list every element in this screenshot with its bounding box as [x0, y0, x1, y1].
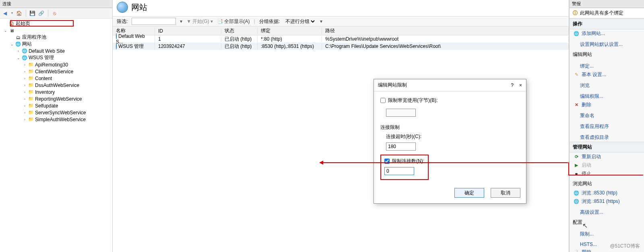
- tree-item[interactable]: › 📁 Selfupdate: [0, 102, 112, 109]
- col-bind[interactable]: 绑定: [258, 27, 322, 34]
- col-path[interactable]: 路径: [322, 27, 569, 34]
- go-button[interactable]: ▼ 开始(G) ▾: [186, 18, 213, 25]
- home-icon[interactable]: [16, 10, 23, 17]
- dialog-titlebar[interactable]: 编辑网站限制 ? ×: [374, 79, 526, 91]
- grid-body[interactable]: Default Web S... 1已启动 (http) *:80 (http)…: [113, 35, 569, 50]
- expander-icon[interactable]: ⌄: [10, 42, 14, 46]
- manage-site-header: 管理网站: [570, 142, 644, 153]
- bandwidth-checkbox[interactable]: [380, 98, 386, 103]
- stop-action[interactable]: 停止: [570, 169, 644, 178]
- table-row[interactable]: WSUS 管理 1203924247已启动 (http) :8530 (http…: [113, 43, 569, 50]
- col-id[interactable]: ID: [155, 28, 221, 34]
- annotation-arrow-line: [323, 162, 568, 163]
- tree-item-label: WSUS 管理: [29, 54, 54, 61]
- tree-item[interactable]: ⌄ 🌐 网站: [0, 41, 112, 48]
- expander-icon[interactable]: ⌄: [3, 28, 8, 33]
- tree-item[interactable]: › 🌐 Default Web Site: [0, 48, 112, 54]
- add-site-action[interactable]: 添加网站...: [570, 29, 644, 38]
- tree-node-icon: 📁: [28, 89, 34, 95]
- content-header: 网站: [113, 0, 569, 16]
- restart-action[interactable]: 重新启动: [570, 153, 644, 161]
- save-icon[interactable]: 💾: [29, 10, 36, 17]
- remove-action[interactable]: 删除: [570, 101, 644, 109]
- browse-8530-action[interactable]: 浏览 :8530 (http): [570, 189, 644, 197]
- browse-8531-action[interactable]: 浏览 :8531 (https): [570, 197, 644, 206]
- tree-item[interactable]: › 📁 DssAuthWebService: [0, 82, 112, 89]
- show-all-button[interactable]: 📑 全部显示(A): [217, 18, 250, 25]
- expander-icon[interactable]: ›: [16, 49, 21, 53]
- expander-icon[interactable]: ›: [23, 62, 27, 67]
- tree-item[interactable]: ⌄ 🖥: [0, 27, 112, 34]
- rename-action[interactable]: 重命名: [570, 112, 644, 120]
- limit-connections-checkbox[interactable]: [384, 159, 390, 164]
- back-icon[interactable]: [2, 10, 8, 17]
- annotation-arrow-line: [568, 162, 569, 175]
- bandwidth-input[interactable]: [386, 109, 416, 117]
- tree-item[interactable]: › 📁 ClientWebService: [0, 68, 112, 75]
- tree-item[interactable]: › 📁 ServerSyncWebService: [0, 109, 112, 116]
- tree-node-icon: 🌐: [21, 48, 28, 54]
- bandwidth-label: 限制带宽使用(字节)(B):: [388, 97, 438, 104]
- limits-action[interactable]: 限制...: [570, 230, 644, 238]
- bindings-action[interactable]: 绑定...: [570, 62, 644, 70]
- table-row[interactable]: Default Web S... 1已启动 (http) *:80 (http)…: [113, 35, 569, 43]
- tree-item[interactable]: › 📁 ApiRemoting30: [0, 61, 112, 68]
- tree-item[interactable]: › 📁 Content: [0, 75, 112, 82]
- expander-icon[interactable]: [3, 21, 8, 26]
- tree-item[interactable]: › 📁 SimpleAuthWebService: [0, 116, 112, 123]
- dropdown-icon[interactable]: ▼: [10, 11, 14, 15]
- expander-icon[interactable]: ⌄: [16, 56, 21, 60]
- timeout-input[interactable]: [386, 143, 416, 151]
- filter-input[interactable]: [132, 18, 176, 25]
- tree-node-icon: 🖥: [8, 27, 15, 34]
- limit-connections-row[interactable]: 限制连接数(N):: [384, 158, 425, 165]
- expander-icon[interactable]: ›: [23, 83, 27, 87]
- dropdown-icon[interactable]: ▾: [180, 19, 182, 24]
- expander-icon[interactable]: ›: [23, 97, 27, 101]
- stop-icon[interactable]: ⦸: [52, 10, 58, 17]
- tree-item-label: 起始页: [16, 20, 30, 27]
- connect-icon[interactable]: 🔗: [38, 10, 45, 17]
- explore-action[interactable]: 浏览: [570, 81, 644, 90]
- tree-item[interactable]: 🗂 应用程序池: [0, 34, 112, 41]
- bandwidth-checkbox-row[interactable]: 限制带宽使用(字节)(B):: [380, 97, 520, 104]
- start-action[interactable]: 启动: [570, 161, 644, 169]
- alert-row[interactable]: 此网站具有多个绑定: [570, 8, 644, 19]
- expander-icon[interactable]: ›: [23, 117, 27, 122]
- expander-icon[interactable]: ›: [23, 69, 27, 74]
- advanced-settings-action[interactable]: 高级设置...: [570, 208, 644, 217]
- tree-item-label: ApiRemoting30: [35, 62, 68, 68]
- tree-node-icon: 📁: [28, 62, 34, 68]
- view-apps-action[interactable]: 查看应用程序: [570, 122, 644, 131]
- tree-node-icon: 🏠: [8, 21, 15, 27]
- expander-icon[interactable]: ›: [23, 103, 27, 108]
- play-icon: [574, 163, 579, 168]
- tree-item[interactable]: › 📁 Inventory: [0, 89, 112, 95]
- expander-icon[interactable]: ›: [23, 76, 27, 81]
- close-icon[interactable]: ×: [519, 83, 522, 88]
- alerts-header: 警报: [570, 0, 644, 8]
- page-title: 网站: [131, 2, 147, 13]
- tree-item[interactable]: ⌄ 🌐 WSUS 管理: [0, 54, 112, 61]
- restart-icon: [574, 154, 579, 160]
- tree-item[interactable]: › 📁 ReportingWebService: [0, 95, 112, 102]
- expander-icon[interactable]: ›: [23, 90, 27, 94]
- edit-permissions-action[interactable]: 编辑权限...: [570, 92, 644, 101]
- view-vdirs-action[interactable]: 查看虚拟目录: [570, 133, 644, 142]
- tree-item-label: Content: [35, 76, 52, 81]
- dropdown-icon[interactable]: ▾: [320, 19, 322, 24]
- set-defaults-action[interactable]: 设置网站默认设置...: [570, 40, 644, 49]
- connection-group-label: 连接限制: [380, 124, 520, 131]
- annotation-box: 限制连接数(N):: [380, 155, 429, 180]
- group-select[interactable]: 不进行分组: [284, 18, 316, 25]
- expander-icon[interactable]: [10, 35, 14, 39]
- expander-icon[interactable]: ›: [23, 110, 27, 115]
- cancel-button[interactable]: 取消: [491, 188, 520, 198]
- ok-button[interactable]: 确定: [454, 188, 484, 198]
- help-icon[interactable]: ?: [511, 83, 514, 88]
- col-status[interactable]: 状态: [221, 27, 258, 34]
- connections-tree[interactable]: 🏠 起始页⌄ 🖥 🗂 应用程序池⌄ 🌐 网站› 🌐 Default Web Si…: [0, 19, 112, 252]
- basic-settings-action[interactable]: 基本 设置...: [570, 70, 644, 79]
- limit-connections-input[interactable]: [384, 167, 414, 175]
- tree-item[interactable]: 🏠 起始页: [0, 20, 112, 27]
